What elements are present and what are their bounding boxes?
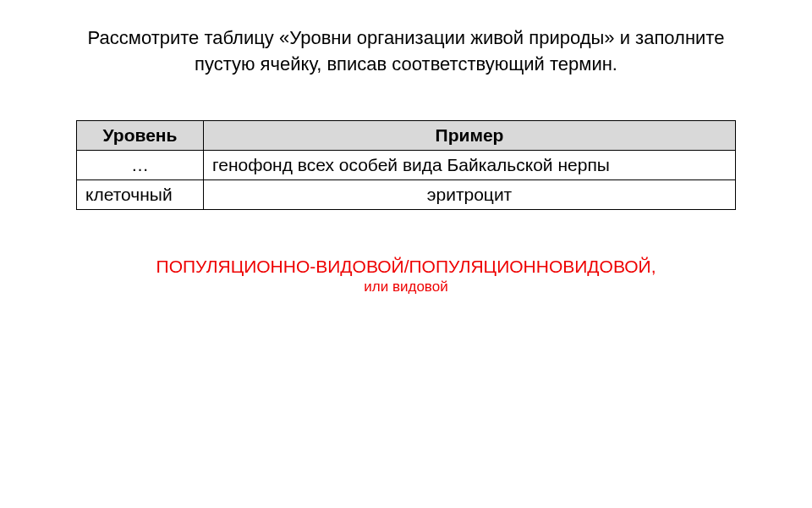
table-row: … генофонд всех особей вида Байкальской … — [77, 150, 736, 179]
header-level: Уровень — [77, 120, 204, 150]
levels-table: Уровень Пример … генофонд всех особей ви… — [76, 120, 736, 210]
cell-example-2: эритроцит — [204, 179, 736, 209]
instruction-line-1: Рассмотрите таблицу «Уровни организации … — [88, 27, 725, 48]
cell-example-1: генофонд всех особей вида Байкальской не… — [204, 150, 736, 179]
table-container: Уровень Пример … генофонд всех особей ви… — [0, 78, 812, 210]
table-header-row: Уровень Пример — [77, 120, 736, 150]
instruction-line-2: пустую ячейку, вписав соответствующий те… — [195, 53, 617, 75]
instruction-text: Рассмотрите таблицу «Уровни организации … — [0, 0, 812, 78]
cell-level-1: … — [77, 150, 204, 179]
header-example: Пример — [204, 120, 736, 150]
answer-block: ПОПУЛЯЦИОННО-ВИДОВОЙ/ПОПУЛЯЦИОННОВИДОВОЙ… — [0, 210, 812, 295]
cell-level-2: клеточный — [77, 179, 204, 209]
answer-main: ПОПУЛЯЦИОННО-ВИДОВОЙ/ПОПУЛЯЦИОННОВИДОВОЙ… — [0, 257, 812, 277]
table-row: клеточный эритроцит — [77, 179, 736, 209]
answer-sub: или видовой — [0, 277, 812, 295]
